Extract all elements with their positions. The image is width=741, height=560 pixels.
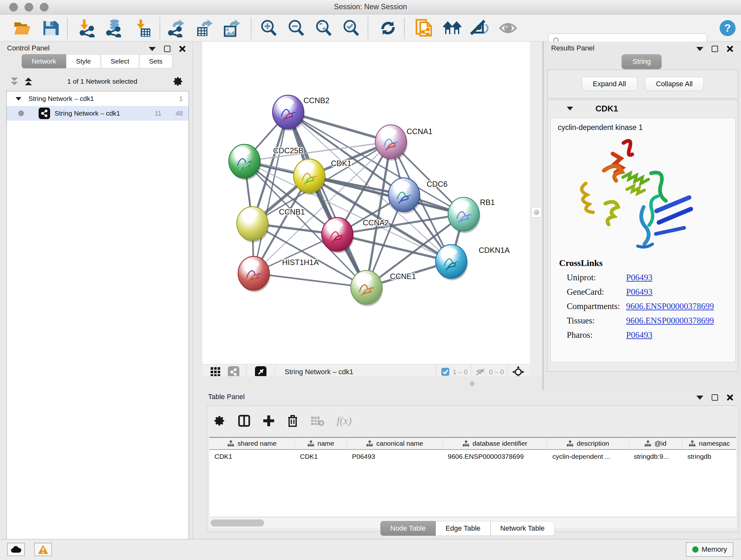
network-node-CDK1[interactable] — [293, 159, 326, 195]
collapse-protein-icon[interactable] — [567, 107, 573, 111]
expand-all-button[interactable]: Expand All — [582, 77, 637, 91]
add-column-icon[interactable] — [263, 415, 275, 427]
tab-node-table[interactable]: Node Table — [381, 521, 435, 536]
close-panel-icon[interactable] — [179, 45, 186, 52]
column-header-description[interactable]: description — [547, 438, 629, 449]
cell-database-identifier[interactable]: 9606.ENSP00000378699 — [443, 453, 547, 460]
column-type-icon — [462, 440, 469, 447]
warnings-button[interactable] — [34, 543, 52, 556]
crosslink-compartments-link[interactable]: 9606.ENSP00000378699 — [626, 301, 714, 311]
column-header-id[interactable]: @id — [629, 438, 682, 449]
cell-id[interactable]: stringdb:9... — [629, 453, 682, 460]
delete-table-icon[interactable] — [311, 415, 325, 426]
left-splitter[interactable] — [193, 42, 202, 539]
refresh-view-button[interactable] — [378, 18, 398, 38]
import-network-file-button[interactable] — [77, 18, 97, 38]
column-header-namespace[interactable]: namespac — [682, 438, 736, 449]
protein-header[interactable]: CDK1 — [548, 100, 738, 117]
float-panel-icon[interactable] — [164, 46, 171, 52]
tab-sets[interactable]: Sets — [139, 54, 172, 68]
zoom-fit-button[interactable] — [313, 18, 334, 38]
memory-button[interactable]: Memory — [686, 542, 733, 557]
cloud-status-button[interactable] — [7, 543, 25, 556]
splitter-handle-dot[interactable] — [470, 381, 475, 386]
toolbar-separator — [367, 17, 368, 39]
cell-name[interactable]: CDK1 — [295, 453, 347, 460]
table-settings-gear-icon[interactable] — [213, 415, 226, 427]
network-node-HIST1H1A[interactable] — [238, 256, 270, 292]
tab-style[interactable]: Style — [66, 54, 101, 68]
zoom-out-button[interactable] — [286, 18, 307, 38]
network-node-label-CDC6: CDC6 — [427, 180, 448, 188]
network-node-CCNB1[interactable] — [237, 206, 269, 242]
help-button[interactable]: ? — [718, 18, 738, 38]
network-node-CCNB2[interactable] — [273, 95, 305, 131]
panel-menu-icon[interactable] — [696, 395, 703, 400]
cell-namespace[interactable]: stringdb — [682, 453, 736, 460]
tab-network[interactable]: Network — [22, 54, 66, 68]
tab-select[interactable]: Select — [101, 54, 139, 68]
network-node-RB1[interactable] — [448, 197, 480, 233]
cell-canonical-name[interactable]: P06493 — [347, 453, 443, 460]
show-hide-glass-button[interactable] — [469, 18, 489, 38]
show-columns-icon[interactable] — [238, 415, 251, 427]
float-panel-icon[interactable] — [712, 46, 718, 52]
collapse-all-networks-icon[interactable] — [11, 78, 18, 85]
selected-checkbox-icon[interactable] — [441, 368, 450, 376]
network-row[interactable]: String Network – cdk1 11 48 — [7, 106, 189, 121]
network-node-CDKN1A[interactable] — [435, 245, 468, 280]
expand-all-networks-icon[interactable] — [25, 78, 32, 85]
crosslink-label: Pharos: — [567, 330, 626, 340]
crosslink-uniprot-link[interactable]: P06493 — [626, 273, 653, 283]
panel-menu-icon[interactable] — [696, 47, 703, 51]
collapse-all-button[interactable]: Collapse All — [645, 77, 704, 91]
close-panel-icon[interactable] — [726, 45, 733, 52]
splitter-handle[interactable] — [532, 207, 541, 217]
table-row[interactable]: CDK1 CDK1 P06493 9606.ENSP00000378699 cy… — [209, 450, 736, 463]
right-splitter[interactable] — [530, 42, 542, 376]
network-edge-CCNB2-HIST1H1A[interactable] — [254, 112, 288, 273]
clone-network-button[interactable] — [414, 18, 434, 38]
save-session-button[interactable] — [40, 18, 61, 38]
cell-description[interactable]: cyclin-dependent ... — [547, 453, 629, 460]
scrollbar-thumb[interactable] — [211, 519, 264, 526]
zoom-in-button[interactable] — [259, 18, 279, 38]
network-edge-CCNA1-HIST1H1A[interactable] — [254, 142, 391, 273]
network-canvas[interactable]: CCNB2CCNA1CDC25BCDK1CDC6RB1CCNB1CCNA2CDK… — [202, 42, 530, 364]
column-header-name[interactable]: name — [295, 438, 347, 449]
crosslink-pharos-link[interactable]: P06493 — [626, 330, 653, 340]
crosslink-tissues-link[interactable]: 9606.ENSP00000378699 — [626, 316, 714, 326]
birds-eye-view-icon[interactable] — [210, 367, 221, 377]
results-panel: Results Panel String Expand All Collapse… — [542, 42, 741, 390]
network-node-CCNA1[interactable] — [375, 125, 408, 161]
column-header-shared-name[interactable]: shared name — [209, 438, 295, 449]
tab-network-table[interactable]: Network Table — [490, 521, 555, 536]
network-node-CCNE1[interactable] — [351, 270, 383, 306]
import-table-file-button[interactable] — [132, 18, 153, 38]
cell-shared-name[interactable]: CDK1 — [209, 453, 295, 460]
panel-menu-icon[interactable] — [149, 47, 156, 51]
network-node-CCNA2[interactable] — [322, 217, 354, 253]
import-network-database-button[interactable] — [104, 18, 124, 38]
export-image-button[interactable] — [221, 18, 242, 38]
float-panel-icon[interactable] — [712, 394, 718, 401]
export-table-button[interactable] — [194, 18, 214, 38]
open-session-button[interactable] — [12, 18, 32, 38]
network-node-label-CCNA2: CCNA2 — [363, 219, 389, 227]
delete-column-icon[interactable] — [287, 415, 298, 427]
gear-icon[interactable] — [173, 76, 184, 87]
export-network-button[interactable] — [166, 18, 187, 38]
tab-edge-table[interactable]: Edge Table — [435, 521, 490, 536]
zoom-selected-button[interactable] — [341, 18, 361, 38]
column-header-database-identifier[interactable]: database identifier — [443, 438, 547, 449]
toggle-glass-look-button[interactable] — [498, 18, 518, 38]
tab-string[interactable]: String — [622, 54, 662, 69]
network-node-CDC25B[interactable] — [229, 144, 261, 180]
network-edge-HIST1H1A-CCNE1[interactable] — [254, 273, 366, 287]
crosslink-genecard-link[interactable]: P06493 — [626, 287, 653, 297]
string-home-button[interactable] — [442, 18, 463, 38]
network-collection-row[interactable]: String Network – cdk1 1 — [7, 91, 189, 106]
column-header-canonical-name[interactable]: canonical name — [347, 438, 443, 449]
collection-expand-icon[interactable] — [16, 97, 21, 101]
close-panel-icon[interactable] — [726, 394, 733, 401]
